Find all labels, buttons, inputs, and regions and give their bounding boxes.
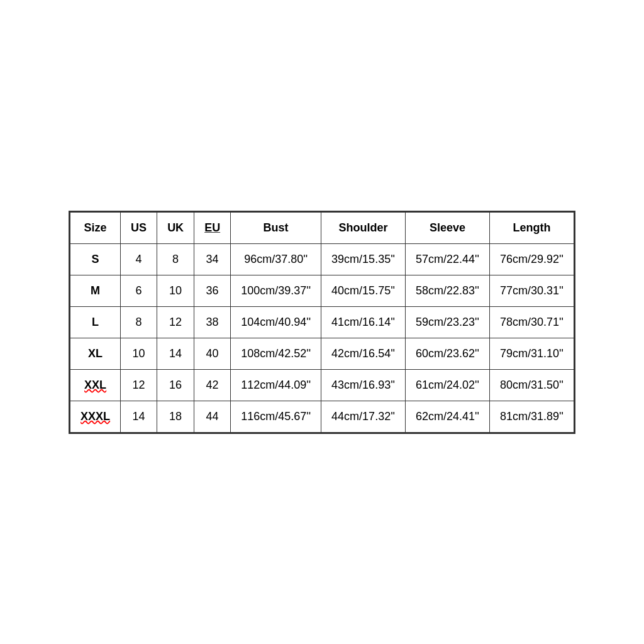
header-length: Length bbox=[489, 212, 574, 243]
cell-us: 6 bbox=[121, 275, 157, 306]
cell-size: XXXL bbox=[70, 401, 121, 432]
cell-size: S bbox=[70, 243, 121, 275]
cell-uk: 12 bbox=[157, 306, 194, 338]
header-bust: Bust bbox=[231, 212, 321, 243]
cell-length: 78cm/30.71'' bbox=[489, 306, 574, 338]
cell-sleeve: 58cm/22.83'' bbox=[406, 275, 490, 306]
cell-uk: 8 bbox=[157, 243, 194, 275]
header-eu: EU bbox=[194, 212, 231, 243]
cell-bust: 100cm/39.37'' bbox=[231, 275, 321, 306]
cell-shoulder: 41cm/16.14'' bbox=[321, 306, 406, 338]
cell-length: 76cm/29.92'' bbox=[489, 243, 574, 275]
cell-length: 77cm/30.31'' bbox=[489, 275, 574, 306]
cell-uk: 18 bbox=[157, 401, 194, 432]
header-size: Size bbox=[70, 212, 121, 243]
cell-uk: 14 bbox=[157, 338, 194, 369]
cell-size: M bbox=[70, 275, 121, 306]
cell-uk: 10 bbox=[157, 275, 194, 306]
cell-eu: 40 bbox=[194, 338, 231, 369]
cell-sleeve: 61cm/24.02'' bbox=[406, 369, 490, 401]
table-row: S483496cm/37.80''39cm/15.35''57cm/22.44'… bbox=[70, 243, 574, 275]
table-row: XXL121642112cm/44.09''43cm/16.93''61cm/2… bbox=[70, 369, 574, 401]
table-row: XXXL141844116cm/45.67''44cm/17.32''62cm/… bbox=[70, 401, 574, 432]
cell-bust: 104cm/40.94'' bbox=[231, 306, 321, 338]
cell-size: XL bbox=[70, 338, 121, 369]
table-row: XL101440108cm/42.52''42cm/16.54''60cm/23… bbox=[70, 338, 574, 369]
cell-bust: 96cm/37.80'' bbox=[231, 243, 321, 275]
cell-length: 80cm/31.50'' bbox=[489, 369, 574, 401]
cell-uk: 16 bbox=[157, 369, 194, 401]
cell-eu: 44 bbox=[194, 401, 231, 432]
header-shoulder: Shoulder bbox=[321, 212, 406, 243]
header-us: US bbox=[121, 212, 157, 243]
table-row: M61036100cm/39.37''40cm/15.75''58cm/22.8… bbox=[70, 275, 574, 306]
cell-us: 14 bbox=[121, 401, 157, 432]
size-chart-table: Size US UK EU Bust Shoulder Sleeve Lengt… bbox=[70, 212, 574, 433]
cell-us: 8 bbox=[121, 306, 157, 338]
header-sleeve: Sleeve bbox=[406, 212, 490, 243]
cell-bust: 116cm/45.67'' bbox=[231, 401, 321, 432]
cell-shoulder: 43cm/16.93'' bbox=[321, 369, 406, 401]
cell-eu: 36 bbox=[194, 275, 231, 306]
cell-eu: 34 bbox=[194, 243, 231, 275]
cell-shoulder: 40cm/15.75'' bbox=[321, 275, 406, 306]
cell-length: 81cm/31.89'' bbox=[489, 401, 574, 432]
cell-length: 79cm/31.10'' bbox=[489, 338, 574, 369]
cell-size: L bbox=[70, 306, 121, 338]
cell-eu: 42 bbox=[194, 369, 231, 401]
cell-sleeve: 57cm/22.44'' bbox=[406, 243, 490, 275]
cell-size: XXL bbox=[70, 369, 121, 401]
header-uk: UK bbox=[157, 212, 194, 243]
cell-shoulder: 44cm/17.32'' bbox=[321, 401, 406, 432]
cell-us: 12 bbox=[121, 369, 157, 401]
cell-shoulder: 42cm/16.54'' bbox=[321, 338, 406, 369]
table-header-row: Size US UK EU Bust Shoulder Sleeve Lengt… bbox=[70, 212, 574, 243]
size-chart-container: Size US UK EU Bust Shoulder Sleeve Lengt… bbox=[69, 211, 575, 434]
cell-us: 4 bbox=[121, 243, 157, 275]
cell-us: 10 bbox=[121, 338, 157, 369]
cell-bust: 108cm/42.52'' bbox=[231, 338, 321, 369]
cell-bust: 112cm/44.09'' bbox=[231, 369, 321, 401]
cell-sleeve: 62cm/24.41'' bbox=[406, 401, 490, 432]
cell-eu: 38 bbox=[194, 306, 231, 338]
cell-sleeve: 60cm/23.62'' bbox=[406, 338, 490, 369]
cell-sleeve: 59cm/23.23'' bbox=[406, 306, 490, 338]
table-row: L81238104cm/40.94''41cm/16.14''59cm/23.2… bbox=[70, 306, 574, 338]
cell-shoulder: 39cm/15.35'' bbox=[321, 243, 406, 275]
